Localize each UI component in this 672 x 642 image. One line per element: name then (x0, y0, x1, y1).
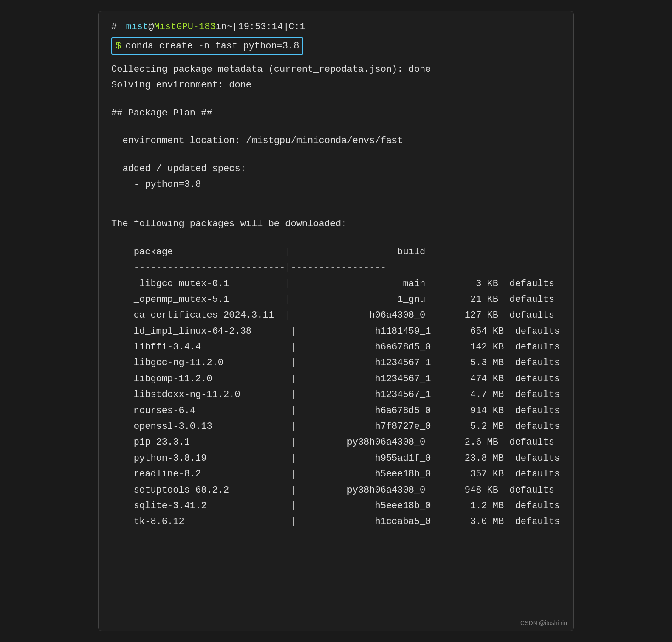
package-plan-header: ## Package Plan ## (111, 105, 561, 121)
prompt-hash: # (111, 20, 117, 34)
table-row: openssl-3.0.13 | h7f8727e_0 5.2 MB defau… (111, 419, 561, 434)
prompt-user: mist (126, 20, 148, 34)
table-row: _openmp_mutex-5.1 | 1_gnu 21 KB defaults (111, 292, 561, 307)
specs-item: - python=3.8 (111, 177, 561, 192)
output-collecting: Collecting package metadata (current_rep… (111, 62, 561, 77)
table-row: pip-23.3.1 | py38h06a4308_0 2.6 MB defau… (111, 434, 561, 450)
terminal-window: # mist @ MistGPU-183 in ~ [19:53:14] C:1… (98, 11, 574, 631)
table-rows: _libgcc_mutex-0.1 | main 3 KB defaults _… (111, 276, 561, 530)
table-row: ca-certificates-2024.3.11 | h06a4308_0 1… (111, 307, 561, 323)
table-header: package | build (111, 244, 561, 260)
table-row: ld_impl_linux-64-2.38 | h1181459_1 654 K… (111, 324, 561, 339)
env-location: environment location: /mistgpu/miniconda… (111, 133, 561, 149)
output-solving: Solving environment: done (111, 77, 561, 93)
table-row: libgcc-ng-11.2.0 | h1234567_1 5.3 MB def… (111, 355, 561, 371)
table-divider: ---------------------------|------------… (111, 260, 561, 276)
prompt-tilde: ~ (227, 20, 232, 34)
download-header: The following packages will be downloade… (111, 216, 561, 232)
prompt-host: MistGPU-183 (154, 20, 215, 34)
table-row: sqlite-3.41.2 | h5eee18b_0 1.2 MB defaul… (111, 498, 561, 514)
dollar-sign: $ (116, 39, 121, 53)
table-row: libffi-3.4.4 | h6a678d5_0 142 KB default… (111, 339, 561, 355)
table-row: _libgcc_mutex-0.1 | main 3 KB defaults (111, 276, 561, 292)
specs-label: added / updated specs: (111, 161, 561, 177)
prompt-c: C:1 (288, 20, 305, 34)
table-row: libstdcxx-ng-11.2.0 | h1234567_1 4.7 MB … (111, 387, 561, 403)
prompt-at: @ (148, 20, 154, 34)
table-row: readline-8.2 | h5eee18b_0 357 KB default… (111, 466, 561, 482)
table-row: tk-8.6.12 | h1ccaba5_0 3.0 MB defaults (111, 514, 561, 529)
command-text: conda create -n fast python=3.8 (125, 39, 299, 53)
table-row: libgomp-11.2.0 | h1234567_1 474 KB defau… (111, 371, 561, 387)
table-row: ncurses-6.4 | h6a678d5_0 914 KB defaults (111, 403, 561, 419)
prompt-line: # mist @ MistGPU-183 in ~ [19:53:14] C:1 (111, 20, 561, 34)
table-row: python-3.8.19 | h955ad1f_0 23.8 MB defau… (111, 451, 561, 466)
prompt-time: [19:53:14] (232, 20, 288, 34)
table-row: setuptools-68.2.2 | py38h06a4308_0 948 K… (111, 482, 561, 498)
command-line: $ conda create -n fast python=3.8 (111, 37, 561, 55)
prompt-in: in (216, 20, 227, 34)
watermark: CSDN @itoshi rin (520, 619, 567, 626)
command-box: $ conda create -n fast python=3.8 (111, 37, 303, 55)
